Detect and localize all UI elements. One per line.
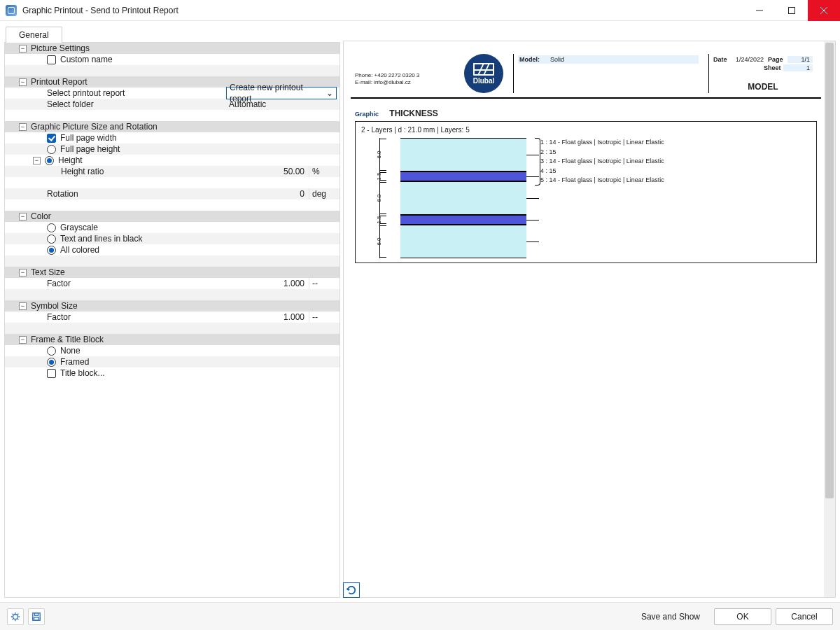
row-symbol-factor: Factor 1.000 -- [5,312,340,323]
checkbox-icon[interactable] [47,369,56,378]
text-factor-value[interactable]: 1.000 [226,278,309,289]
radio-icon[interactable] [47,145,56,154]
settings-tree: − Picture Settings Custom name − Printou… [4,42,340,598]
save-and-show-button[interactable]: Save and Show [631,608,710,625]
tree-row-blank [5,323,340,334]
height-ratio-value[interactable]: 50.00 [226,166,309,177]
minimize-button[interactable] [743,0,776,21]
group-color: − Color [5,211,340,222]
report-title: THICKNESS [389,108,438,118]
preview-pane: Phone: +420 2272 0320 3 E-mail: info@dlu… [343,41,836,598]
collapse-icon[interactable]: − [19,45,27,52]
maximize-button[interactable] [776,0,808,21]
collapse-icon[interactable]: − [19,213,27,220]
option-full-page-height[interactable]: Full page height [5,144,340,155]
option-custom-name[interactable]: Custom name [5,54,340,65]
radio-icon[interactable] [47,223,56,232]
figure-frame: 2 - Layers | d : 21.0 mm | Layers: 5 6.0… [355,121,817,263]
group-picture-settings: − Picture Settings [5,43,340,54]
option-text-lines-black[interactable]: Text and lines in black [5,233,340,244]
row-rotation: Rotation 0 deg [5,188,340,200]
tree-row-blank [5,65,340,76]
company-info: Phone: +420 2272 0320 3 E-mail: info@dlu… [355,54,454,93]
option-height[interactable]: − Height [5,155,340,166]
toolbar-button-2[interactable] [28,608,45,625]
option-frame-framed[interactable]: Framed [5,356,340,368]
svg-rect-4 [34,617,39,620]
layer-stack: 6.0 1.5 6.0 1.5 6.0 [400,138,526,258]
group-size-rotation: − Graphic Picture Size and Rotation [5,121,340,132]
collapse-icon[interactable]: − [33,157,41,164]
option-all-colored[interactable]: All colored [5,244,340,255]
dlubal-logo: Dlubal [464,54,503,93]
tab-strip: General [6,25,340,42]
radio-icon[interactable] [47,346,56,356]
radio-icon[interactable] [47,246,56,255]
row-select-printout-report: Select printout report Create new printo… [5,88,340,99]
option-full-page-width[interactable]: Full page width [5,132,340,144]
row-select-folder: Select folder Automatic [5,99,340,110]
dialog-footer: Save and Show OK Cancel [0,602,840,630]
tree-row-blank [5,255,340,267]
close-button[interactable] [808,0,840,21]
checkbox-icon[interactable] [47,134,56,143]
radio-icon[interactable] [45,156,54,165]
app-icon [6,5,17,16]
cancel-button[interactable]: Cancel [776,608,833,625]
window-title: Graphic Printout - Send to Printout Repo… [22,6,743,15]
checkbox-icon[interactable] [47,55,56,64]
collapse-icon[interactable]: − [19,78,27,86]
ok-button[interactable]: OK [714,608,771,625]
option-frame-none[interactable]: None [5,345,340,356]
preview-scrollbar[interactable] [824,41,835,597]
save-icon [31,612,41,622]
radio-icon[interactable] [47,234,56,244]
tree-row-blank [5,289,340,300]
svg-rect-3 [34,612,38,615]
report-header: Phone: +420 2272 0320 3 E-mail: info@dlu… [351,48,821,99]
tree-row-blank [5,177,340,188]
report-body: Graphic THICKNESS 2 - Layers | d : 21.0 … [351,99,821,273]
option-grayscale[interactable]: Grayscale [5,222,340,233]
report-meta-model: Model:Solid [513,54,703,93]
svg-rect-0 [789,7,795,13]
group-text-size: − Text Size [5,267,340,278]
svg-point-1 [13,614,18,619]
collapse-icon[interactable]: − [19,336,27,344]
group-frame-title: − Frame & Title Block [5,334,340,345]
radio-icon[interactable] [47,358,56,367]
report-meta-page: Date1/24/2022Page1/1 Sheet1 MODEL [708,54,817,93]
symbol-factor-value[interactable]: 1.000 [226,312,309,323]
graphic-label: Graphic [355,111,379,118]
row-text-factor: Factor 1.000 -- [5,278,340,289]
refresh-preview-button[interactable] [343,582,360,598]
tab-general[interactable]: General [6,27,62,43]
collapse-icon[interactable]: − [19,123,27,131]
gear-icon [10,612,20,622]
figure-caption: 2 - Layers | d : 21.0 mm | Layers: 5 [361,126,811,134]
tree-row-blank [5,200,340,211]
rotation-value[interactable]: 0 [226,188,309,200]
select-printout-report-dropdown[interactable]: Create new printout report ⌄ [226,87,337,99]
titlebar: Graphic Printout - Send to Printout Repo… [0,0,840,21]
option-title-block[interactable]: Title block... [5,368,340,379]
row-height-ratio: Height ratio 50.00 % [5,166,340,177]
collapse-icon[interactable]: − [19,269,27,276]
tree-row-blank [5,110,340,121]
toolbar-button-1[interactable] [7,608,24,625]
layer-legend: 1 : 14 - Float glass | Isotropic | Linea… [540,138,664,186]
bridge-icon [473,63,494,76]
collapse-icon[interactable]: − [19,302,27,310]
chevron-down-icon: ⌄ [326,88,333,99]
group-symbol-size: − Symbol Size [5,300,340,312]
